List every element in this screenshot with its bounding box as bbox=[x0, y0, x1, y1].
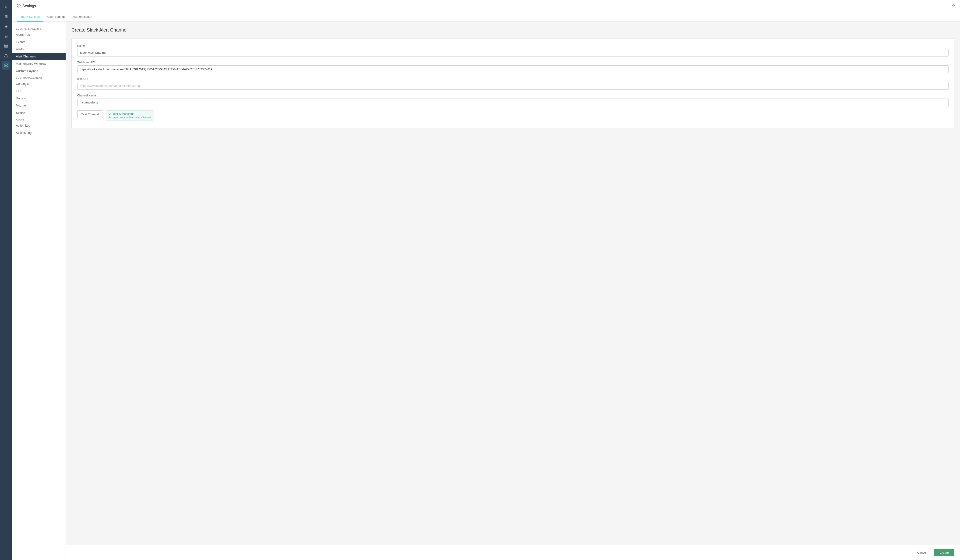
icon-url-input[interactable] bbox=[77, 82, 949, 90]
name-label: Name bbox=[77, 44, 949, 47]
form-section: Name Webhook URL Icon URL bbox=[72, 38, 954, 128]
nav-item-alert-channels[interactable]: Alert Channels bbox=[12, 53, 66, 60]
svg-rect-1 bbox=[5, 46, 8, 46]
nav-item-elk[interactable]: ELK bbox=[12, 87, 66, 94]
main-content: Create Slack Alert Channel Name Webhook … bbox=[66, 22, 960, 545]
sidebar-icon-more[interactable]: ··· bbox=[2, 71, 10, 79]
tab-team-settings[interactable]: Team Settings bbox=[17, 12, 43, 22]
sidebar-icon-alert[interactable] bbox=[2, 51, 10, 60]
test-success-title: ✓ Test Successful bbox=[109, 112, 151, 115]
sidebar-icon-stack[interactable] bbox=[2, 42, 10, 50]
nav-item-custom-payload[interactable]: Custom Payload bbox=[12, 67, 66, 75]
form-group-name: Name bbox=[77, 44, 949, 56]
cancel-button[interactable]: Cancel bbox=[913, 549, 931, 556]
nav-item-humio[interactable]: Humio bbox=[12, 94, 66, 102]
sidebar-icon-nodes[interactable]: ◈ bbox=[2, 22, 10, 30]
form-title: Create Slack Alert Channel bbox=[72, 27, 954, 33]
sidebar-icon-home[interactable]: ⌂ bbox=[2, 2, 10, 11]
form-group-channel-name: Channel Name bbox=[77, 94, 949, 106]
nav-item-maintenance-windows[interactable]: Maintenance Windows bbox=[12, 60, 66, 67]
tab-bar: Team Settings User Settings Authenticati… bbox=[12, 12, 960, 22]
sidebar: ⌂ ⊞ ◈ ◎ ··· bbox=[0, 0, 12, 560]
sidebar-icon-grid[interactable]: ⊞ bbox=[2, 12, 10, 21]
svg-rect-0 bbox=[5, 44, 8, 45]
header: Settings bbox=[12, 0, 960, 12]
channel-name-label: Channel Name bbox=[77, 94, 949, 97]
link-icon[interactable] bbox=[952, 4, 955, 8]
nav-item-splunk[interactable]: Splunk bbox=[12, 109, 66, 116]
create-button[interactable]: Create bbox=[934, 549, 954, 556]
test-success-badge: ✓ Test Successful Test Alert sent to Sla… bbox=[106, 110, 154, 120]
action-bar: Cancel Create bbox=[66, 545, 960, 560]
test-success-subtitle: Test Alert sent to Slack Alert Channel bbox=[109, 116, 151, 119]
nav-section-log-management: LOG MANAGEMENT bbox=[12, 75, 66, 80]
nav-item-coralogix[interactable]: Coralogix bbox=[12, 80, 66, 87]
nav-item-mezmo[interactable]: Mezmo bbox=[12, 102, 66, 109]
form-group-icon-url: Icon URL bbox=[77, 77, 949, 90]
check-icon: ✓ bbox=[109, 112, 111, 115]
svg-point-5 bbox=[6, 65, 7, 66]
nav-item-access-log[interactable]: Access Log bbox=[12, 129, 66, 136]
content-layout: EVENTS & ALERTS Alerts Hub Events Alerts… bbox=[12, 22, 960, 560]
channel-name-input[interactable] bbox=[77, 99, 949, 106]
main-area: Settings Team Settings User Settings Aut… bbox=[12, 0, 960, 560]
nav-item-events[interactable]: Events bbox=[12, 38, 66, 46]
sidebar-icon-settings[interactable] bbox=[2, 61, 10, 70]
nav-section-events-alerts: EVENTS & ALERTS bbox=[12, 26, 66, 31]
header-left: Settings bbox=[17, 4, 36, 8]
nav-section-audit: AUDIT bbox=[12, 116, 66, 122]
nav-item-alerts[interactable]: Alerts bbox=[12, 46, 66, 53]
test-channel-button[interactable]: Test Channel bbox=[77, 110, 103, 118]
settings-gear-icon bbox=[17, 4, 21, 8]
form-group-webhook-url: Webhook URL bbox=[77, 61, 949, 73]
tab-authentication[interactable]: Authentication bbox=[69, 12, 96, 22]
nav-item-action-log[interactable]: Action Log bbox=[12, 122, 66, 129]
icon-url-label: Icon URL bbox=[77, 77, 949, 80]
left-nav: EVENTS & ALERTS Alerts Hub Events Alerts… bbox=[12, 22, 66, 560]
svg-point-6 bbox=[18, 5, 19, 6]
webhook-url-input[interactable] bbox=[77, 66, 949, 73]
name-input[interactable] bbox=[77, 49, 949, 56]
tab-user-settings[interactable]: User Settings bbox=[43, 12, 69, 22]
test-channel-row: Test Channel ✓ Test Successful Test Aler… bbox=[77, 110, 949, 120]
svg-rect-2 bbox=[5, 47, 8, 47]
nav-item-alerts-hub[interactable]: Alerts Hub bbox=[12, 31, 66, 38]
page-title: Settings bbox=[22, 4, 36, 8]
sidebar-icon-globe[interactable]: ◎ bbox=[2, 32, 10, 40]
webhook-url-label: Webhook URL bbox=[77, 61, 949, 64]
